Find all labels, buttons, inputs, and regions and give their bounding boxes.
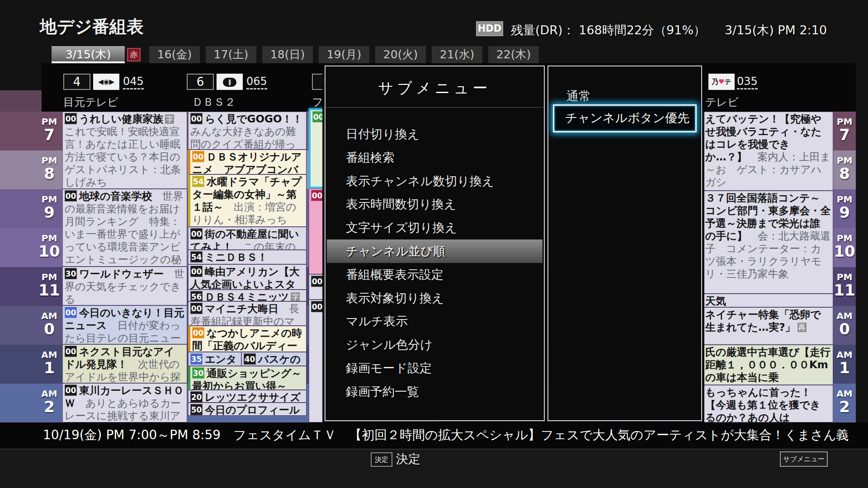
time-slot-label: AM2 — [36, 384, 62, 422]
program-cell[interactable]: 00峰由アメリカン【大人気企画いよいよスタート】 — [188, 264, 307, 290]
program-cell[interactable]: 35エンタメ — [188, 352, 241, 366]
program-cell[interactable]: 氏の厳選中古車選び【走行距離１，０００．００Kmの車は本当に乗 — [703, 345, 833, 385]
program-cell[interactable]: 00今日のいきなり！目元ニュース 日付が変わったら目テレの目元ニュース — [62, 305, 187, 344]
time-period: AM — [36, 311, 62, 320]
time-slot-label: PM8 — [833, 150, 856, 189]
time-period: PM — [36, 272, 62, 282]
time-slot-label: PM9 — [833, 189, 856, 228]
start-minute-badge: 20 — [190, 391, 203, 403]
time-hour: 11 — [833, 282, 856, 299]
program-title: ミニＤＢＳ！ — [205, 251, 268, 263]
channel-code: 045 — [123, 75, 144, 89]
channel-name: 目元テレビ — [63, 95, 118, 109]
time-slot-label: PM7 — [36, 112, 62, 150]
channel-number-box: 4 — [63, 74, 90, 90]
abstract-arrows-logo-icon: ◀◉▶ — [93, 74, 119, 90]
submenu-button[interactable]: サブメニュー — [780, 451, 828, 467]
submenu-item-5[interactable]: 文字サイズ切り換え — [327, 216, 542, 239]
submenu-item-6[interactable]: チャンネル並び順 — [327, 239, 542, 263]
program-cell[interactable]: えてバッテン！【究極やせ我慢バラエティ・なたはコレを我慢できか…？】 案内人：上… — [703, 112, 833, 191]
date-tab-21(水)[interactable]: 21(水) — [432, 46, 482, 63]
submenu-item-9[interactable]: マルチ表示 — [327, 310, 542, 333]
time-period: AM — [833, 389, 856, 398]
time-slot-label: PM7 — [833, 112, 856, 150]
page-title: 地デジ番組表 — [40, 15, 144, 38]
time-slot-label: PM11 — [36, 267, 62, 306]
program-cell[interactable]: 20レッツエクササイズミー — [188, 390, 307, 403]
program-cell[interactable]: 56ＤＢＳ４ミニッツ字 — [188, 290, 307, 301]
start-minute-badge: 54 — [190, 251, 203, 263]
channel-name: フ — [312, 95, 323, 109]
start-minute-badge: 30 — [65, 268, 77, 279]
start-minute-badge: 00 — [311, 190, 323, 201]
program-cell[interactable]: 30通販ショッピング～最初からお買い得～ 今日の — [188, 366, 307, 390]
submenu-item-11[interactable]: 録画モード設定 — [327, 357, 542, 380]
program-cell[interactable]: 54水曜ドラマ「チャプター編集の女神」～第１話～ 出演：増宮のりりん・相澤みっち… — [188, 174, 307, 227]
start-minute-badge: 00 — [65, 307, 77, 318]
program-cell[interactable]: 00マイニチ大晦日 長寿番組記録更新中のマ — [188, 301, 307, 326]
program-title: ＤＢＳオリジナルアニメ アブアブコンバーター — [192, 151, 302, 174]
submenu-item-12[interactable]: 録画予約一覧 — [327, 380, 542, 404]
start-minute-badge: 00 — [65, 385, 77, 396]
program-title: 地球の音楽学校 — [79, 190, 152, 202]
program-cell[interactable]: 54ミニＤＢＳ！ — [188, 250, 307, 264]
start-minute-badge: 35 — [190, 353, 203, 365]
date-tab-18(日)[interactable]: 18(日) — [262, 46, 313, 63]
time-period: PM — [833, 272, 856, 282]
start-minute-badge: 00 — [311, 276, 323, 287]
program-cell[interactable]: 00なつかしアニメの時間「正義のバルディーア」 — [188, 326, 307, 352]
program-cell[interactable]: 天気 — [703, 294, 833, 307]
time-slot-label: AM0 — [36, 306, 62, 345]
time-period: AM — [36, 389, 62, 398]
submenu-item-7[interactable]: 番組概要表示設定 — [327, 263, 542, 286]
date-tab-22(木)[interactable]: 22(木) — [488, 46, 539, 63]
program-cell[interactable]: 00ＤＢＳオリジナルアニメ アブアブコンバーター — [188, 150, 307, 174]
program-cell[interactable]: 00うれしい健康家族字 これで安眠！安眠快適宣言！あなたは正しい睡眠方法で寝てい… — [62, 112, 187, 189]
submenu-item-3[interactable]: 表示チャンネル数切り換え — [327, 169, 542, 193]
program-cell[interactable]: 00地球の音楽学校 世界の最新音楽情報をお届け月間ランキング 特集：いま一番世界… — [62, 189, 187, 267]
time-period: PM — [833, 234, 856, 243]
program-cell[interactable]: ネイチャー特集「恐卵で生まれてた…実?」再 — [703, 307, 833, 345]
time-hour: 10 — [833, 243, 856, 260]
date-tab-20(火)[interactable]: 20(火) — [375, 46, 426, 63]
start-minute-badge: 00 — [190, 228, 203, 239]
time-hour: 0 — [36, 320, 62, 338]
program-cell[interactable]: もっちゃんに首った！【今週も第１位を獲できるのか？あの人は — [703, 385, 833, 422]
date-tab-17(土)[interactable]: 17(土) — [206, 46, 256, 63]
program-cell[interactable]: 00東川カーレースＳＨＯＷ ありとあらゆるカーレースに挑戦する東川アユと — [62, 383, 187, 422]
channel-order-options-panel: 通常 チャンネルボタン優先 — [547, 66, 702, 421]
heart-text-logo-icon: 乃♥テレ — [708, 74, 735, 90]
start-minute-badge: 56 — [190, 291, 203, 301]
caption-badge: 字 — [291, 292, 300, 301]
submenu-item-4[interactable]: 表示時間数切り換え — [327, 192, 542, 216]
program-cell[interactable]: ３７回全国落語コンテ～コンビ部門・東多摩会・全予選～決勝まで栄光は誰の手に】 会… — [703, 191, 833, 294]
option-normal[interactable]: 通常 — [566, 88, 591, 104]
program-title: マイニチ大晦日 — [205, 303, 278, 314]
program-info-bar: 10/19(金) PM 7:00～PM 8:59 フェスタイムＴＶ 【初回２時間… — [0, 422, 868, 449]
date-tab-19(月)[interactable]: 19(月) — [319, 46, 369, 63]
submenu-item-2[interactable]: 番組検索 — [327, 146, 542, 169]
date-tab-16(金)[interactable]: 16(金) — [149, 46, 200, 63]
time-hour: 1 — [833, 359, 856, 376]
program-cell[interactable]: 00ネクスト目元なアイドル発見隊！ 次世代のアイドルを世界中から探し出 — [62, 344, 187, 383]
submenu-item-10[interactable]: ジャンル色分け — [327, 333, 542, 357]
channel-name: ＤＢＳ２ — [192, 95, 236, 109]
program-title: なつかしアニメの時間「正義のバルディーア」 — [192, 327, 302, 352]
channel-code: 065 — [246, 75, 267, 89]
program-title: らく見でGOGO！！ — [205, 113, 302, 125]
program-cell[interactable]: 40バスケの時 — [241, 352, 307, 366]
control-bar: 決定 決定 サブメニュー — [0, 449, 868, 488]
start-minute-badge: 00 — [190, 266, 203, 277]
submenu-item-1[interactable]: 日付切り換え — [327, 122, 542, 146]
submenu-item-8[interactable]: 表示対象切り換え — [327, 286, 542, 310]
program-cell[interactable]: 50今日のプロフィール — [188, 403, 307, 416]
program-cell[interactable]: 00街の不動産屋に聞いてみよ！ この年末の穴場物 — [188, 227, 307, 250]
date-tab-3/15(木)[interactable]: 3/15(木) — [52, 46, 125, 63]
heart-icon: ♥ — [718, 78, 724, 86]
time-hour: 1 — [36, 359, 62, 376]
program-cell[interactable]: 00らく見でGOGO！！ みんな大好きなあの難問のクイズ番組が帰ってき — [188, 112, 307, 150]
option-channel-button-priority[interactable]: チャンネルボタン優先 — [553, 104, 697, 132]
channel-name: テレビ — [705, 95, 739, 109]
program-cell[interactable]: 30ワールドウェザー 世界の天気をチェックできる — [62, 267, 187, 305]
program-title: うれしい健康家族 — [79, 113, 163, 125]
